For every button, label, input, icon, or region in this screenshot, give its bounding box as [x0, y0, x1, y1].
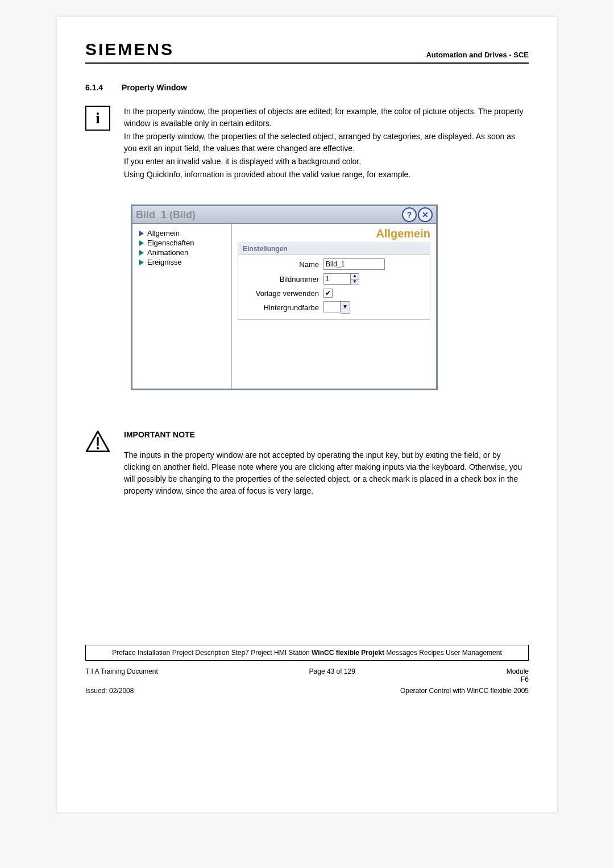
- name-input[interactable]: [323, 258, 385, 270]
- settings-box: Einstellungen Name Bildnummer ▲ ▼: [238, 243, 430, 320]
- category-ereignisse[interactable]: Ereignisse: [136, 257, 228, 267]
- section-title-text: Property Window: [122, 83, 187, 92]
- chevron-right-icon: [139, 260, 144, 265]
- paragraph-1: In the property window, the properties o…: [124, 106, 529, 130]
- vorlage-label: Vorlage verwenden: [245, 289, 323, 298]
- paragraph-3: If you enter an invalid value, it is dis…: [124, 156, 529, 168]
- category-eigenschaften[interactable]: Eigenschaften: [136, 238, 228, 248]
- breadcrumb-pre: Preface Installation Project Description…: [112, 649, 312, 657]
- important-note-text: The inputs in the property window are no…: [124, 449, 529, 497]
- footer-module-code: F6: [521, 675, 529, 683]
- category-label: Allgemein: [147, 229, 180, 237]
- info-icon: i: [85, 106, 110, 131]
- important-note-title: IMPORTANT NOTE: [124, 430, 529, 439]
- siemens-logo: SIEMENS: [85, 40, 174, 59]
- footer-page: Page 43 of 129: [309, 667, 355, 683]
- category-animationen[interactable]: Animationen: [136, 248, 228, 257]
- category-label: Ereignisse: [147, 258, 182, 266]
- svg-point-2: [97, 447, 99, 449]
- chevron-down-icon[interactable]: ▼: [341, 301, 350, 314]
- chevron-right-icon: [139, 250, 144, 256]
- footer-doc-title: Operator Control with WinCC flexible 200…: [400, 687, 529, 695]
- spinner-down-icon[interactable]: ▼: [351, 279, 359, 285]
- help-icon[interactable]: ?: [402, 207, 417, 222]
- property-window: Bild_1 (Bild) ? ✕ Allgemein Eigenschafte…: [131, 205, 438, 390]
- panel-title: Allgemein: [238, 227, 430, 240]
- chevron-right-icon: [139, 240, 144, 246]
- footer-module: Module: [507, 667, 529, 675]
- header-subtitle: Automation and Drives - SCE: [426, 51, 529, 59]
- footer-issued: Issued: 02/2008: [85, 687, 134, 695]
- hintergrundfarbe-label: Hintergrundfarbe: [245, 303, 323, 312]
- breadcrumb-active: WinCC flexible Projekt: [312, 649, 384, 657]
- category-allgemein[interactable]: Allgemein: [136, 228, 228, 238]
- bildnummer-input[interactable]: [323, 273, 351, 285]
- vorlage-checkbox[interactable]: ✔: [323, 289, 333, 298]
- property-categories: Allgemein Eigenschaften Animationen Erei…: [132, 224, 232, 389]
- paragraph-2: In the property window, the properties o…: [124, 131, 529, 155]
- breadcrumb: Preface Installation Project Description…: [85, 645, 529, 661]
- category-label: Eigenschaften: [147, 239, 194, 247]
- category-label: Animationen: [147, 248, 188, 257]
- section-number: 6.1.4: [85, 83, 119, 92]
- bildnummer-label: Bildnummer: [245, 275, 323, 283]
- property-window-titlebar: Bild_1 (Bild) ? ✕: [132, 206, 436, 224]
- chevron-right-icon: [139, 231, 144, 236]
- section-body: In the property window, the properties o…: [124, 106, 529, 182]
- name-label: Name: [245, 260, 323, 269]
- settings-header: Einstellungen: [238, 243, 430, 255]
- close-icon[interactable]: ✕: [418, 207, 433, 222]
- warning-icon: [85, 430, 110, 497]
- breadcrumb-post: Messages Recipes User Management: [384, 649, 502, 657]
- paragraph-4: Using QuickInfo, information is provided…: [124, 169, 529, 181]
- section-heading: 6.1.4 Property Window: [85, 83, 529, 92]
- footer-left: T I A Training Document: [85, 667, 158, 683]
- property-window-title: Bild_1 (Bild): [136, 209, 196, 221]
- background-color-picker[interactable]: ▼: [323, 301, 350, 314]
- color-swatch: [323, 301, 341, 312]
